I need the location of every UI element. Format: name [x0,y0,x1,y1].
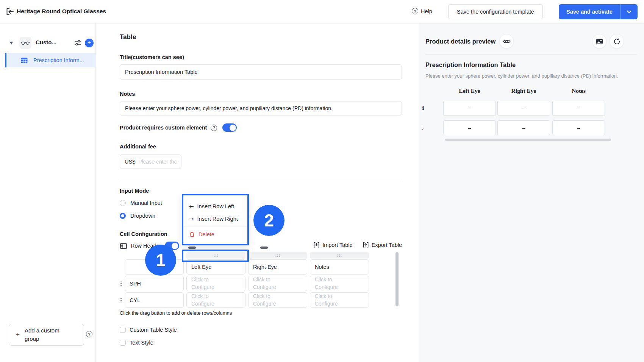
configure-cell[interactable]: Click to Configure [248,276,307,291]
column-handle-sliver [188,247,196,249]
radio-manual-input[interactable] [120,200,126,206]
preview-refresh-button[interactable] [610,34,624,48]
configure-cell[interactable]: Click to Configure [310,292,369,308]
group-collapse-caret-icon[interactable] [9,42,13,44]
row-drag-handle[interactable] [119,276,123,291]
radio-dropdown[interactable] [120,213,126,219]
table-vertical-scrollbar[interactable] [395,252,399,306]
preview-input-cell[interactable]: – [497,101,550,116]
drag-dots-icon [337,254,342,257]
eye-icon [503,39,511,44]
refresh-icon [613,38,621,45]
custom-element-toggle[interactable] [222,123,237,132]
add-element-button[interactable]: + [85,39,94,47]
save-activate-split-button: Save and activate [559,4,638,19]
help-label: Help [421,8,432,14]
section-title: Table [120,33,136,41]
save-template-label: Save the configuration template [457,9,534,15]
notes-input[interactable] [120,101,402,115]
preview-image-button[interactable] [592,34,606,48]
help-button[interactable]: ? Help [412,8,432,14]
export-icon [363,242,369,248]
back-icon[interactable] [5,7,14,16]
additional-fee-input[interactable] [138,159,177,165]
plus-icon: + [88,40,91,46]
trash-icon [189,231,195,237]
export-table-label: Export Table [372,242,402,248]
arrow-right-icon: → [189,215,194,222]
drag-dots-icon [119,281,122,286]
save-activate-button[interactable]: Save and activate [559,4,620,19]
preview-col-header: Right Eye [497,87,550,94]
add-group-help-icon[interactable]: ? [86,331,92,337]
column-handle-sliver [260,247,268,249]
product-preview-panel: Product details preview Prescription Inf… [419,23,644,362]
input-mode-label: Input Mode [120,188,149,194]
add-custom-group-label: Add a custom group [25,326,69,343]
export-table-button[interactable]: Export Table [363,242,402,248]
row-label-cell[interactable]: CYL [125,292,184,308]
preview-input-cell[interactable]: – [443,120,496,135]
preview-col-header: Left Eye [443,87,496,94]
save-template-button[interactable]: Save the configuration template [448,4,543,19]
plus-icon: + [16,331,20,339]
custom-element-label: Product requires custom element [120,125,207,131]
insert-row-left-label: Insert Row Left [197,203,234,209]
preview-col-header: Notes [552,87,605,94]
row-label-cell[interactable]: SPH [125,276,184,291]
preview-visibility-button[interactable] [499,34,514,48]
menu-divider [183,226,247,226]
title-input[interactable] [120,64,402,80]
radio-manual-input-label: Manual Input [130,200,162,206]
sidebar-item-label: Prescription Inform... [33,57,84,63]
sidebar-group-label[interactable]: Custo... [36,39,56,45]
table-icon [21,58,28,63]
import-table-label: Import Table [322,242,353,248]
text-style-label: Text Style [130,340,153,346]
column-header-cell[interactable]: Notes [310,259,369,275]
column-drag-handle[interactable] [248,252,307,259]
custom-table-style-label: Custom Table Style [130,327,177,333]
arrow-left-icon: ← [189,203,194,210]
preview-table-title: Prescription Information Table [425,61,516,69]
save-activate-dropdown[interactable] [620,4,638,19]
radio-dropdown-label: Dropdown [130,213,155,219]
cell-configuration-label: Cell Configuration [120,231,167,237]
configure-cell[interactable]: Click to Configure [310,276,369,291]
preview-panel-title: Product details preview [425,38,496,45]
product-thumbnail [19,37,31,49]
preview-input-cell[interactable]: – [443,101,496,116]
column-drag-handle[interactable] [310,252,369,259]
configure-cell[interactable]: Click to Configure [186,292,245,308]
currency-prefix: US$ [125,159,135,165]
preview-table-note: Please enter your sphere power, cylinder… [425,73,618,79]
import-table-button[interactable]: Import Table [313,242,353,248]
custom-table-style-checkbox[interactable] [120,327,126,333]
glasses-icon [21,41,30,45]
preview-row-label: H [422,105,428,111]
insert-row-right-label: Insert Row Right [197,216,238,222]
configure-cell[interactable]: Click to Configure [186,276,245,291]
preview-input-cell[interactable]: – [552,120,605,135]
menu-item-delete[interactable]: Delete [183,228,247,240]
title-field-label: Title(customers can see) [120,54,184,60]
delete-label: Delete [199,231,214,237]
column-header-cell[interactable]: Right Eye [248,259,307,275]
preview-input-cell[interactable]: – [497,120,550,135]
additional-fee-field[interactable]: US$ [120,154,181,169]
row-drag-handle[interactable] [119,292,123,308]
custom-element-help-icon[interactable]: ? [211,125,217,131]
annotation-badge-1: 1 [145,245,176,276]
sidebar-item-prescription-table[interactable]: Prescription Inform... [5,53,96,67]
chevron-down-icon [627,10,631,14]
preview-horizontal-scrollbar[interactable] [445,139,611,141]
drag-dots-icon [275,254,280,257]
annotation-badge-2: 2 [253,205,284,236]
menu-item-insert-row-left[interactable]: ← Insert Row Left [183,200,247,212]
group-settings-icon[interactable] [74,39,82,46]
configure-cell[interactable]: Click to Configure [248,292,307,308]
add-custom-group-button[interactable]: + Add a custom group [9,324,84,346]
preview-input-cell[interactable]: – [552,101,605,116]
menu-item-insert-row-right[interactable]: → Insert Row Right [183,212,247,225]
text-style-checkbox[interactable] [120,340,126,346]
